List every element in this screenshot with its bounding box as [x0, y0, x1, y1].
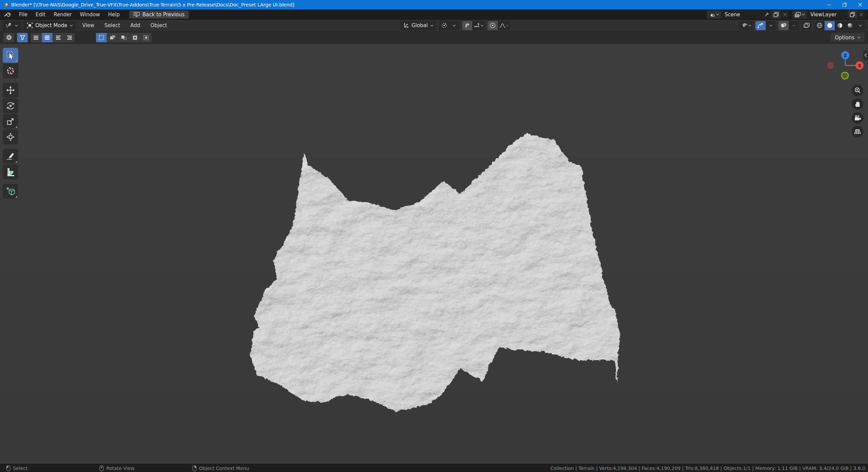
- axis-neg-x-handle: [827, 62, 834, 69]
- snap-toggle[interactable]: [462, 21, 472, 30]
- select-mode-extend-button[interactable]: [107, 33, 118, 42]
- terrain-mesh[interactable]: [248, 131, 624, 414]
- back-to-previous-button[interactable]: Back to Previous: [129, 11, 189, 19]
- menu-window[interactable]: Window: [76, 9, 104, 19]
- pin-icon[interactable]: [762, 11, 771, 19]
- sidebar-toggle[interactable]: [863, 50, 868, 60]
- shading-wireframe-button[interactable]: [814, 21, 825, 30]
- display-mode-2-button[interactable]: [42, 33, 53, 42]
- select-intersect-icon: [143, 35, 149, 41]
- filter-button[interactable]: [17, 33, 28, 42]
- transform-orientation-selector[interactable]: Global: [400, 21, 436, 30]
- tool-transform[interactable]: [3, 130, 18, 144]
- shading-material-button[interactable]: [835, 21, 845, 30]
- menu-render[interactable]: Render: [50, 9, 76, 19]
- pan-button[interactable]: [852, 98, 863, 110]
- xray-toggle[interactable]: [802, 21, 812, 30]
- options-dropdown[interactable]: Options: [831, 33, 865, 42]
- tool-move[interactable]: [3, 83, 18, 98]
- shading-solid-button[interactable]: [825, 21, 835, 30]
- show-object-types-button[interactable]: [739, 21, 753, 30]
- menu-help[interactable]: Help: [104, 9, 124, 19]
- proportional-editing-toggle[interactable]: [488, 21, 498, 30]
- select-mode-invert-button[interactable]: [130, 33, 140, 42]
- chevron-down-icon: [748, 24, 751, 27]
- proportional-falloff-button[interactable]: [498, 21, 510, 30]
- display-mode-4-button[interactable]: [64, 33, 75, 42]
- pivot-point-selector[interactable]: [439, 21, 459, 30]
- chevron-down-icon: [430, 24, 433, 27]
- window-titlebar: Blender* [\\True-NAS\Google_Drive_True-V…: [0, 0, 868, 9]
- scene-icon: [709, 12, 715, 17]
- editor-type-button[interactable]: [3, 21, 21, 30]
- add-cube-icon: [6, 186, 15, 196]
- tool-rotate[interactable]: [3, 98, 18, 113]
- tool-measure[interactable]: [3, 164, 18, 179]
- measure-icon: [6, 167, 15, 177]
- shading-settings-chevron-icon[interactable]: [855, 21, 865, 30]
- tool-settings-gear-button[interactable]: [3, 33, 14, 42]
- magnet-icon: [464, 22, 470, 28]
- menu-view[interactable]: View: [79, 22, 98, 28]
- viewport-3d[interactable]: Z X: [0, 44, 868, 464]
- scene-selector: Scene: [707, 11, 789, 19]
- snap-settings-button[interactable]: [472, 21, 485, 30]
- select-box-icon: [6, 51, 15, 60]
- zoom-button[interactable]: [852, 85, 863, 96]
- restore-icon[interactable]: [837, 0, 852, 9]
- display-mode-3-button[interactable]: [53, 33, 64, 42]
- statusbar: Select Rotate View Object Context Menu C…: [0, 464, 868, 472]
- gizmos-settings-chevron-icon[interactable]: [766, 21, 776, 30]
- select-subtract-icon: [121, 35, 127, 41]
- annotate-pen-icon: [6, 152, 15, 161]
- duplicate-icon: [773, 12, 779, 17]
- select-mode-subtract-button[interactable]: [118, 33, 129, 42]
- tool-cursor[interactable]: [3, 63, 18, 78]
- new-scene-button[interactable]: [771, 11, 781, 19]
- show-gizmos-toggle[interactable]: [755, 21, 766, 30]
- transform-icon: [6, 132, 15, 142]
- mouse-right-icon: [192, 465, 197, 471]
- view-layer-name[interactable]: ViewLayer: [807, 12, 848, 18]
- new-view-layer-button[interactable]: [848, 11, 857, 19]
- blender-menu-icon[interactable]: [4, 12, 12, 17]
- chevron-down-icon: [449, 21, 459, 30]
- view-layer-browse-button[interactable]: [792, 11, 807, 19]
- mode-selector[interactable]: Object Mode: [24, 21, 76, 30]
- shading-rendered-button[interactable]: [845, 21, 855, 30]
- overlays-group: [778, 21, 799, 30]
- perspective-toggle-button[interactable]: [852, 126, 863, 137]
- chevron-down-icon: [857, 36, 861, 39]
- select-mode-intersect-button[interactable]: [141, 33, 152, 42]
- tool-add-cube[interactable]: [3, 184, 18, 199]
- window-title: Blender* [\\True-NAS\Google_Drive_True-V…: [11, 2, 294, 7]
- gizmo-arrow-icon: [757, 22, 764, 28]
- axis-gizmo[interactable]: Z X: [824, 50, 864, 84]
- chevron-down-icon: [506, 24, 509, 27]
- proportional-circle-icon: [490, 22, 496, 28]
- svg-text:X: X: [858, 63, 861, 68]
- lines-icon: [66, 35, 73, 40]
- scene-name[interactable]: Scene: [721, 12, 762, 18]
- tool-select-box[interactable]: [3, 48, 18, 63]
- select-mode-set-button[interactable]: [96, 33, 107, 42]
- tool-annotate[interactable]: [3, 149, 18, 164]
- hint-rotate-view: Rotate View: [99, 465, 135, 471]
- menu-add[interactable]: Add: [126, 22, 144, 28]
- hint-select: Select: [6, 465, 27, 471]
- unlink-scene-button[interactable]: [781, 11, 789, 19]
- scene-browse-button[interactable]: [707, 11, 721, 19]
- close-icon[interactable]: [852, 0, 868, 9]
- overlays-settings-chevron-icon[interactable]: [789, 21, 799, 30]
- select-set-icon: [98, 35, 104, 41]
- menu-edit[interactable]: Edit: [32, 9, 50, 19]
- camera-view-button[interactable]: [852, 112, 863, 124]
- display-mode-1-button[interactable]: [31, 33, 41, 42]
- menu-select[interactable]: Select: [101, 22, 124, 28]
- menu-object[interactable]: Object: [146, 22, 171, 28]
- remove-view-layer-button[interactable]: [857, 11, 865, 19]
- menu-file[interactable]: File: [15, 9, 32, 19]
- tool-scale[interactable]: [3, 114, 18, 129]
- show-overlays-toggle[interactable]: [778, 21, 789, 30]
- minimize-icon[interactable]: [821, 0, 837, 9]
